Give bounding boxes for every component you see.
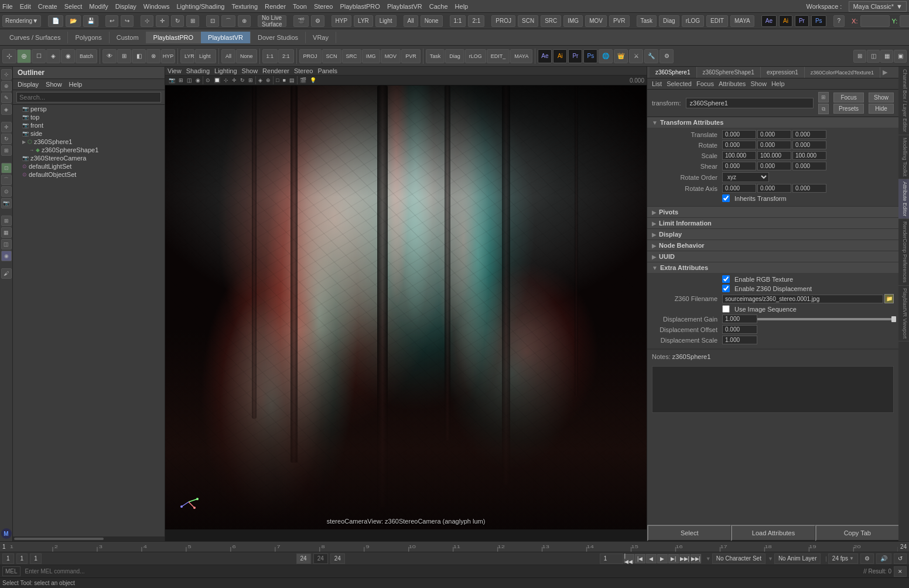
img-btn[interactable]: IMG xyxy=(563,15,583,27)
timeline-track[interactable]: 1 2 3 4 5 6 7 8 9 10 11 12 13 14 15 16 1… xyxy=(8,542,898,552)
shelf-icon-7[interactable]: ⊞ xyxy=(117,49,131,63)
vp-light-btn[interactable]: 💡 xyxy=(309,77,317,84)
shelf-icon-6[interactable]: 👁 xyxy=(102,49,117,63)
hypershade-btn[interactable]: HYP xyxy=(332,15,352,27)
attr-nav-selected[interactable]: Selected xyxy=(667,80,692,87)
workspace-dropdown[interactable]: Maya Classic* ▼ xyxy=(849,1,907,12)
outliner-item-persp[interactable]: 📷 persp xyxy=(13,105,165,113)
inherits-transform-checkbox[interactable] xyxy=(722,194,730,202)
save-file-btn[interactable]: 💾 xyxy=(83,15,98,27)
tab-playlastvr[interactable]: PlayblastVR xyxy=(201,32,251,43)
shelf-diag[interactable]: Diag xyxy=(445,49,464,63)
ai-btn[interactable]: Ai xyxy=(779,15,792,27)
attr-copy-icon[interactable]: ⧉ xyxy=(818,104,829,114)
vp-menu-renderer[interactable]: Renderer xyxy=(262,67,289,74)
shelf-icon-1[interactable]: ⊹ xyxy=(2,49,16,63)
ps-btn[interactable]: Ps xyxy=(811,15,826,27)
left-select-icon[interactable]: ⊹ xyxy=(1,69,12,80)
pr-btn[interactable]: Pr xyxy=(795,15,809,27)
open-file-btn[interactable]: 📂 xyxy=(66,15,81,27)
shelf-img[interactable]: IMG xyxy=(362,49,380,63)
menu-create[interactable]: Create xyxy=(38,3,57,10)
select-btn[interactable]: ⊹ xyxy=(141,15,153,27)
pb-start-btn[interactable]: |◀◀ xyxy=(624,554,634,563)
left-rotate-icon[interactable]: ↻ xyxy=(1,134,12,144)
shear-x-input[interactable] xyxy=(722,162,756,170)
mel-clear-btn[interactable]: ✕ xyxy=(894,566,907,577)
attr-nav-help[interactable]: Help xyxy=(771,80,785,87)
vp-shade-btn[interactable]: ■ xyxy=(281,77,286,84)
shelf-rlog[interactable]: rLOG xyxy=(465,49,486,63)
vp-snap-btn[interactable]: ⊙ xyxy=(204,77,211,84)
shelf-all[interactable]: All xyxy=(221,49,235,63)
shelf-icon-8[interactable]: ◧ xyxy=(132,49,146,63)
left-snap-grid-icon[interactable]: ⊡ xyxy=(1,163,12,173)
shelf-set[interactable]: ⚙ xyxy=(659,49,674,63)
left-scale-icon[interactable]: ⊞ xyxy=(1,145,12,156)
translate-z-input[interactable] xyxy=(792,130,826,139)
disp-gain-slider[interactable] xyxy=(757,318,894,320)
scale-x-input[interactable] xyxy=(722,151,756,160)
disp-gain-handle[interactable] xyxy=(891,316,896,322)
x-input[interactable] xyxy=(860,15,890,27)
left-paint2-icon[interactable]: 🖌 xyxy=(1,268,12,279)
show-btn[interactable]: Show xyxy=(869,93,894,102)
status-loop-btn[interactable]: ↺ xyxy=(894,553,907,564)
tab-curves-surfaces[interactable]: Curves / Surfaces xyxy=(2,32,68,43)
vp-tex-btn[interactable]: ▤ xyxy=(288,77,296,84)
attr-tab-expression1[interactable]: expression1 xyxy=(761,67,805,78)
vp-menu-lighting[interactable]: Lighting xyxy=(214,67,237,74)
shelf-right-3[interactable]: ▦ xyxy=(880,50,893,63)
limit-info-header[interactable]: ▶ Limit Information xyxy=(647,218,898,228)
vp-cam-btn[interactable]: 📷 xyxy=(168,77,176,84)
outliner-menu-show[interactable]: Show xyxy=(46,81,62,88)
translate-x-input[interactable] xyxy=(722,130,756,139)
attr-select-btn[interactable]: Select xyxy=(647,525,731,541)
left-snap-pt-icon[interactable]: ⊙ xyxy=(1,186,12,197)
new-file-btn[interactable]: 📄 xyxy=(48,15,63,27)
shear-y-input[interactable] xyxy=(757,162,791,170)
left-snap-curve-icon[interactable]: ⌒ xyxy=(1,175,12,185)
vp-select-btn[interactable]: ⊹ xyxy=(223,77,230,84)
shelf-ps[interactable]: Ps xyxy=(583,49,597,63)
rotate-axis-z-input[interactable] xyxy=(792,184,826,193)
vp-scale-btn[interactable]: ⊞ xyxy=(247,77,254,84)
menu-windows[interactable]: Windows xyxy=(143,3,170,10)
menu-display[interactable]: Display xyxy=(115,3,136,10)
outliner-item-defaultlightset[interactable]: ⊙ defaultLightSet xyxy=(13,162,165,170)
focus-btn[interactable]: Focus xyxy=(833,93,864,102)
right-label-attr-editor[interactable]: Attribute Editor xyxy=(898,179,909,220)
attr-expand-icon[interactable]: ⊞ xyxy=(818,92,829,102)
pivots-header[interactable]: ▶ Pivots xyxy=(647,207,898,217)
pb-prev-btn[interactable]: ◀ xyxy=(646,554,657,563)
rotate-order-dropdown[interactable]: xyz yzx zxy xzy yxz zyx xyxy=(722,172,769,182)
shelf-sword[interactable]: ⚔ xyxy=(629,49,643,63)
mel-input[interactable] xyxy=(23,567,862,576)
shelf-task[interactable]: Task xyxy=(426,49,445,63)
outliner-item-z360sphereshape1[interactable]: → ◆ z360SphereShape1 xyxy=(13,146,165,154)
no-live-surface-btn[interactable]: No Live Surface xyxy=(258,15,286,27)
presets-btn[interactable]: Presets xyxy=(833,104,864,114)
help-question-btn[interactable]: ? xyxy=(833,15,845,27)
redo-btn[interactable]: ↪ xyxy=(121,15,134,27)
menu-playblastpro[interactable]: PlayblastPRO xyxy=(340,3,380,10)
scale-z-input[interactable] xyxy=(792,151,826,160)
scn-btn[interactable]: SCN xyxy=(518,15,538,27)
shelf-icon-3[interactable]: ☐ xyxy=(32,49,46,63)
y-input[interactable] xyxy=(900,15,909,27)
shelf-icon-5[interactable]: ◉ xyxy=(61,49,75,63)
snap-grid-btn[interactable]: ⊡ xyxy=(206,15,219,27)
shelf-ae[interactable]: Ae xyxy=(538,49,552,63)
status-prefs-btn[interactable]: ⚙ xyxy=(860,553,874,564)
maya-btn[interactable]: MAYA xyxy=(730,15,754,27)
attr-tab-z360sphere1[interactable]: z360Sphere1 xyxy=(650,67,697,78)
status-frame-2[interactable]: 1 xyxy=(16,553,28,564)
shelf-maya[interactable]: MAYA xyxy=(510,49,532,63)
left-lasso-icon[interactable]: ⊕ xyxy=(1,81,12,91)
task-btn[interactable]: Task xyxy=(637,15,657,27)
outliner-item-front[interactable]: 📷 front xyxy=(13,121,165,129)
node-behavior-header[interactable]: ▶ Node Behavior xyxy=(647,240,898,251)
disp-scale-input[interactable] xyxy=(722,336,757,344)
attr-copy-tab-btn[interactable]: Copy Tab xyxy=(815,525,898,541)
rlog-btn[interactable]: rLOG xyxy=(682,15,704,27)
